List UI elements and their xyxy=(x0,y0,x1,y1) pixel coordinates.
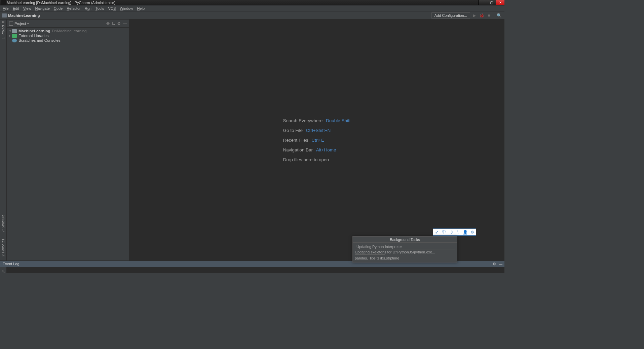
project-tool-window: Project ▾ ✥ ⇆ ⚙ — ▾ MachineLearning D:\M… xyxy=(7,20,129,260)
window-minimize-button[interactable]: — xyxy=(478,0,487,5)
menu-refactor[interactable]: Refactor xyxy=(65,6,83,11)
task-text: Updating Python Interpreter xyxy=(356,245,402,249)
floating-ime-toolbar[interactable]: ⤢ 中 ☽ °, 👤 ⚙ xyxy=(433,229,476,236)
project-panel-title[interactable]: Project xyxy=(14,22,26,26)
sidebar-tab-project[interactable]: 1: Project xyxy=(1,24,5,40)
ime-expand-icon[interactable]: ⤢ xyxy=(434,229,440,235)
hide-icon[interactable]: — xyxy=(499,262,502,266)
hint-shortcut: Alt+Home xyxy=(316,147,336,152)
separator xyxy=(493,12,495,19)
background-tasks-popup: Background Tasks — Updating Python Inter… xyxy=(352,236,457,263)
window-close-button[interactable]: ✕ xyxy=(496,0,504,5)
minimize-icon[interactable]: — xyxy=(451,238,455,242)
background-tasks-header[interactable]: Background Tasks — xyxy=(353,237,457,243)
ime-moon-icon[interactable]: ☽ xyxy=(448,229,454,235)
left-tool-gutter: ▦ 1: Project 7: Structure 2: Favorites xyxy=(0,20,7,260)
menu-edit[interactable]: Edit xyxy=(11,6,21,11)
task-text: pandas._libs.tslibs.strptime xyxy=(355,256,399,260)
hint-label: Drop files here to open xyxy=(283,157,329,162)
hint-label: Recent Files xyxy=(283,138,308,143)
add-configuration-button[interactable]: Add Configuration... xyxy=(431,12,470,19)
hint-row: Navigation Bar Alt+Home xyxy=(283,147,350,152)
hint-label: Navigation Bar xyxy=(283,147,313,152)
stop-button[interactable]: ■ xyxy=(486,12,492,19)
gear-icon[interactable]: ⚙ xyxy=(493,262,496,266)
tree-item-label: External Libraries xyxy=(18,34,48,38)
tree-row-scratches[interactable]: Scratches and Consoles xyxy=(7,38,129,43)
task-text: Updating skeletons for D:\Python35\pytho… xyxy=(355,250,435,254)
project-tree: ▾ MachineLearning D:\MachineLearning ▸ E… xyxy=(7,28,129,44)
hint-row: Drop files here to open xyxy=(283,157,350,162)
tree-item-label: Scratches and Consoles xyxy=(18,38,61,42)
breadcrumb-project[interactable]: MachineLearning xyxy=(8,13,40,18)
task-row: Updating Python Interpreter xyxy=(355,244,455,249)
event-log-title: Event Log xyxy=(3,262,20,266)
navigation-bar: MachineLearning Add Configuration... ▶ 🐞… xyxy=(0,11,504,20)
hint-label: Go to File xyxy=(283,128,303,133)
task-row: pandas._libs.tslibs.strptime xyxy=(355,256,455,260)
expand-toggle[interactable]: ▾ xyxy=(8,29,12,33)
ime-person-icon[interactable]: 👤 xyxy=(462,229,468,235)
folder-icon xyxy=(12,29,17,33)
menu-file[interactable]: File xyxy=(1,6,11,11)
editor-hints: Search Everywhere Double Shift Go to Fil… xyxy=(283,113,350,167)
sidebar-tab-structure[interactable]: 7: Structure xyxy=(1,213,5,234)
tree-item-path: D:\MachineLearning xyxy=(52,29,87,33)
menu-window[interactable]: Window xyxy=(118,6,135,11)
hint-shortcut: Ctrl+E xyxy=(311,138,324,143)
event-log-body: ✎ 🗑 🔧 xyxy=(0,267,504,273)
hint-shortcut: Ctrl+Shift+N xyxy=(306,128,331,133)
hint-row: Go to File Ctrl+Shift+N xyxy=(283,128,350,133)
ime-comma-icon[interactable]: °, xyxy=(455,229,461,235)
gear-icon[interactable]: ⚙ xyxy=(117,21,121,26)
hint-label: Search Everywhere xyxy=(283,118,323,123)
run-button[interactable]: ▶ xyxy=(471,12,478,19)
editor-empty-state: Search Everywhere Double Shift Go to Fil… xyxy=(129,20,504,260)
ime-lang-icon[interactable]: 中 xyxy=(441,229,447,235)
search-button[interactable]: 🔍 xyxy=(496,12,502,19)
window-title: MachineLearning [D:\MachineLearning] - P… xyxy=(7,1,115,5)
main-menubar: File Edit View Navigate Code Refactor Ru… xyxy=(0,5,504,11)
background-tasks-title: Background Tasks xyxy=(390,238,420,242)
event-log-gutter: ✎ 🗑 🔧 xyxy=(0,267,7,273)
menu-vcs[interactable]: VCS xyxy=(106,6,118,11)
hide-icon[interactable]: — xyxy=(123,21,127,26)
tree-item-label: MachineLearning xyxy=(18,29,50,33)
menu-tools[interactable]: Tools xyxy=(93,6,106,11)
debug-button[interactable]: 🐞 xyxy=(478,12,485,19)
menu-run[interactable]: Run xyxy=(83,6,93,11)
task-row: Updating skeletons for D:\Python35\pytho… xyxy=(355,250,455,255)
library-icon xyxy=(12,34,17,38)
scratch-icon xyxy=(12,39,17,42)
ime-gear-icon[interactable]: ⚙ xyxy=(469,229,475,235)
expand-toggle[interactable]: ▸ xyxy=(8,34,12,37)
app-icon xyxy=(1,0,6,5)
hint-row: Search Everywhere Double Shift xyxy=(283,118,350,123)
background-tasks-body: Updating Python Interpreter Updating ske… xyxy=(353,243,457,262)
menu-view[interactable]: View xyxy=(21,6,33,11)
menu-code[interactable]: Code xyxy=(52,6,65,11)
project-panel-header: Project ▾ ✥ ⇆ ⚙ — xyxy=(7,20,129,28)
locate-icon[interactable]: ✥ xyxy=(106,21,110,26)
project-tab-square-icon: ▦ xyxy=(2,20,5,24)
chevron-down-icon[interactable]: ▾ xyxy=(27,22,29,25)
project-view-icon xyxy=(9,21,13,26)
sidebar-tab-favorites[interactable]: 2: Favorites xyxy=(1,238,5,258)
menu-navigate[interactable]: Navigate xyxy=(33,6,51,11)
hint-shortcut: Double Shift xyxy=(326,118,351,123)
edit-icon[interactable]: ✎ xyxy=(2,269,5,273)
collapse-icon[interactable]: ⇆ xyxy=(112,21,115,26)
folder-icon xyxy=(2,13,7,18)
menu-help[interactable]: Help xyxy=(135,6,147,11)
tree-row-external-libs[interactable]: ▸ External Libraries xyxy=(7,33,129,38)
window-maximize-button[interactable]: ▢ xyxy=(487,0,496,5)
main-area: ▦ 1: Project 7: Structure 2: Favorites P… xyxy=(0,20,504,260)
hint-row: Recent Files Ctrl+E xyxy=(283,138,350,143)
progress-bar xyxy=(355,254,385,255)
tree-row-project-root[interactable]: ▾ MachineLearning D:\MachineLearning xyxy=(7,29,129,33)
window-titlebar: MachineLearning [D:\MachineLearning] - P… xyxy=(0,0,504,5)
